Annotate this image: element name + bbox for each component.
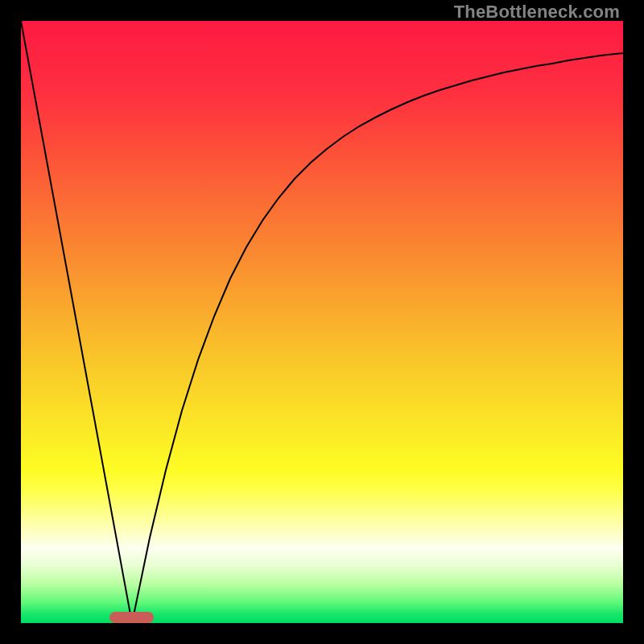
bottleneck-marker [109,612,154,623]
watermark: TheBottleneck.com [454,2,620,23]
chart-curve [21,21,623,623]
plot-frame [21,21,623,623]
